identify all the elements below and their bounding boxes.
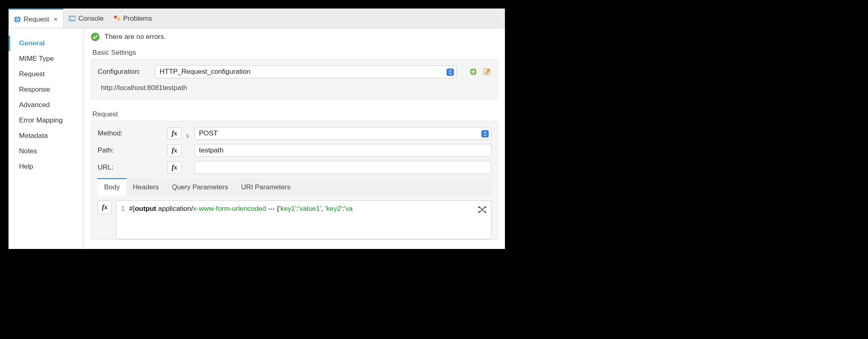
fx-toggle-url[interactable]: fx bbox=[167, 161, 182, 174]
subtab-body[interactable]: Body bbox=[98, 178, 126, 195]
chevron-updown-icon[interactable] bbox=[447, 69, 454, 76]
configuration-select[interactable]: HTTP_Request_configuration bbox=[155, 65, 457, 78]
sidebar-item-mime-type[interactable]: MIME Type bbox=[9, 51, 83, 67]
code-line: #[output application/x-www-form-urlencod… bbox=[129, 201, 355, 239]
sidebar-item-help[interactable]: Help bbox=[9, 159, 83, 174]
request-section-title: Request bbox=[88, 107, 501, 121]
basic-settings-title: Basic Settings bbox=[88, 45, 501, 59]
sidebar-item-label: General bbox=[19, 39, 45, 47]
status-text: There are no errors. bbox=[105, 33, 166, 41]
map-expand-icon[interactable] bbox=[477, 206, 487, 214]
fx-toggle-method[interactable]: fx bbox=[167, 127, 182, 139]
request-panel: Method: fx E POST Path: fx testp bbox=[91, 121, 498, 240]
sidebar-item-general[interactable]: General bbox=[9, 36, 83, 51]
url-label: URL: bbox=[98, 163, 162, 172]
add-configuration-button[interactable] bbox=[469, 67, 478, 76]
top-tabbar: Request ✕ Console Problems bbox=[9, 9, 505, 28]
subtab-headers[interactable]: Headers bbox=[126, 178, 165, 195]
subtab-query-parameters[interactable]: Query Parameters bbox=[165, 178, 235, 195]
svg-point-8 bbox=[478, 206, 480, 208]
configuration-value: HTTP_Request_configuration bbox=[160, 68, 250, 76]
sidebar-item-metadata[interactable]: Metadata bbox=[9, 128, 83, 144]
resolved-url: http://localhost:8081testpath bbox=[98, 82, 492, 93]
subtab-uri-parameters[interactable]: URI Parameters bbox=[235, 178, 297, 195]
sidebar-item-notes[interactable]: Notes bbox=[9, 144, 83, 159]
globe-icon bbox=[14, 16, 21, 23]
svg-point-11 bbox=[485, 211, 486, 213]
sidebar-item-label: MIME Type bbox=[19, 55, 54, 62]
request-subtabs: Body Headers Query Parameters URI Parame… bbox=[98, 178, 492, 195]
method-label: Method: bbox=[98, 129, 162, 137]
path-value: testpath bbox=[199, 146, 224, 154]
method-select[interactable]: POST bbox=[195, 127, 492, 140]
code-gutter: 1 bbox=[116, 201, 129, 239]
sidebar-item-label: Notes bbox=[19, 147, 37, 155]
sidebar-item-label: Response bbox=[19, 86, 50, 93]
method-value: POST bbox=[199, 129, 218, 137]
body-editor-row: fx 1 #[output application/x-www-form-url… bbox=[98, 200, 492, 239]
tab-label: Problems bbox=[123, 15, 152, 23]
svg-point-4 bbox=[117, 18, 120, 21]
status-row: There are no errors. bbox=[88, 28, 501, 45]
svg-point-3 bbox=[114, 16, 117, 19]
check-circle-icon bbox=[91, 32, 100, 41]
path-input[interactable]: testpath bbox=[195, 144, 492, 157]
console-icon bbox=[68, 15, 76, 22]
configuration-label: Configuration: bbox=[98, 68, 150, 76]
sidebar-item-label: Help bbox=[19, 163, 33, 170]
fx-toggle-body[interactable]: fx bbox=[98, 200, 112, 214]
main-panels: General MIME Type Request Response Advan… bbox=[9, 28, 505, 249]
content-area: There are no errors. Basic Settings Conf… bbox=[83, 28, 505, 249]
tab-label: Request bbox=[24, 15, 49, 24]
sidebar-item-response[interactable]: Response bbox=[9, 82, 83, 97]
svg-point-10 bbox=[485, 206, 486, 208]
sidebar-item-label: Request bbox=[19, 70, 45, 78]
fx-toggle-path[interactable]: fx bbox=[167, 144, 182, 157]
sidebar-item-label: Error Mapping bbox=[19, 116, 63, 124]
binding-indicator-icon: E bbox=[186, 134, 190, 140]
tab-console[interactable]: Console bbox=[64, 9, 108, 28]
tab-label: Console bbox=[78, 15, 103, 23]
chevron-updown-icon[interactable] bbox=[481, 130, 489, 137]
sidebar-item-advanced[interactable]: Advanced bbox=[9, 97, 83, 113]
sidebar-item-error-mapping[interactable]: Error Mapping bbox=[9, 113, 83, 128]
problems-icon bbox=[113, 15, 121, 22]
sidebar-item-request[interactable]: Request bbox=[9, 67, 83, 82]
url-input[interactable] bbox=[195, 161, 492, 174]
basic-settings-panel: Configuration: HTTP_Request_configuratio… bbox=[91, 59, 498, 100]
path-label: Path: bbox=[98, 146, 162, 154]
sidebar: General MIME Type Request Response Advan… bbox=[9, 28, 83, 249]
svg-point-9 bbox=[478, 211, 480, 213]
edit-configuration-button[interactable] bbox=[483, 67, 492, 76]
app-window: Request ✕ Console Problems General MIME … bbox=[9, 9, 505, 249]
sidebar-item-label: Metadata bbox=[19, 132, 48, 139]
tab-problems[interactable]: Problems bbox=[109, 9, 157, 28]
sidebar-item-label: Advanced bbox=[19, 101, 50, 109]
body-code-editor[interactable]: 1 #[output application/x-www-form-urlenc… bbox=[116, 200, 492, 239]
tab-request[interactable]: Request ✕ bbox=[9, 9, 64, 28]
close-icon[interactable]: ✕ bbox=[51, 16, 58, 23]
